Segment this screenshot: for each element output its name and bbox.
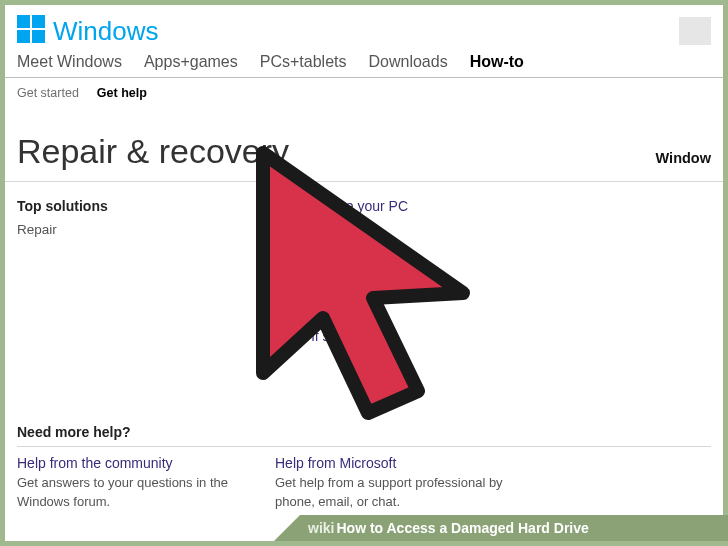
more-help-heading: Need more help? (17, 424, 711, 447)
search-button[interactable] (679, 17, 711, 45)
page-title: Repair & recovery (17, 132, 289, 171)
solution-link[interactable]: Resolving (275, 224, 711, 240)
sidebar: Top solutions Repair (17, 198, 275, 354)
nav-meet-windows[interactable]: Meet Windows (17, 53, 122, 71)
windows-logo-icon (17, 15, 45, 47)
wikihow-title: How to Access a Damaged Hard Drive (336, 520, 588, 536)
nav-how-to[interactable]: How-to (470, 53, 524, 71)
brand-name: Windows (53, 16, 158, 47)
svg-rect-0 (17, 15, 30, 28)
help-desc: Get answers to your questions in the Win… (17, 474, 257, 512)
nav-apps-games[interactable]: Apps+games (144, 53, 238, 71)
page: Windows Meet Windows Apps+games PCs+tabl… (5, 5, 723, 541)
help-link-microsoft[interactable]: Help from Microsoft (275, 455, 515, 471)
subnav-get-started[interactable]: Get started (17, 86, 79, 100)
platform-label: Window (656, 150, 711, 166)
help-desc: Get help from a support professional by … (275, 474, 515, 512)
nav-pcs-tablets[interactable]: PCs+tablets (260, 53, 347, 71)
help-columns: Help from the community Get answers to y… (17, 455, 711, 512)
solution-link[interactable]: Restore files or (275, 302, 711, 318)
wikihow-bar: wiki How to Access a Damaged Hard Drive (300, 515, 728, 541)
solution-link[interactable]: What if somethin (275, 328, 711, 344)
solution-link[interactable]: Create a U (275, 250, 711, 266)
title-row: Repair & recovery Window (5, 110, 723, 182)
brand-row: Windows (5, 5, 723, 51)
wikihow-prefix: wiki (308, 520, 334, 536)
solution-links: How to store your PC Resolving Create a … (275, 198, 711, 354)
help-col-microsoft: Help from Microsoft Get help from a supp… (275, 455, 515, 512)
svg-rect-1 (32, 15, 45, 28)
sidebar-category-repair[interactable]: Repair (17, 222, 275, 237)
more-help-section: Need more help? Help from the community … (5, 424, 723, 512)
solution-link[interactable]: How to store your PC (275, 198, 711, 214)
help-col-community: Help from the community Get answers to y… (17, 455, 275, 512)
nav-downloads[interactable]: Downloads (368, 53, 447, 71)
svg-rect-3 (32, 30, 45, 43)
svg-rect-2 (17, 30, 30, 43)
subnav-get-help[interactable]: Get help (97, 86, 147, 100)
content-columns: Top solutions Repair How to store your P… (5, 188, 723, 354)
solution-link[interactable]: Set up a driv (275, 276, 711, 292)
sidebar-heading: Top solutions (17, 198, 275, 214)
sub-nav: Get started Get help (5, 78, 723, 110)
main-nav: Meet Windows Apps+games PCs+tablets Down… (5, 51, 723, 78)
help-link-community[interactable]: Help from the community (17, 455, 275, 471)
